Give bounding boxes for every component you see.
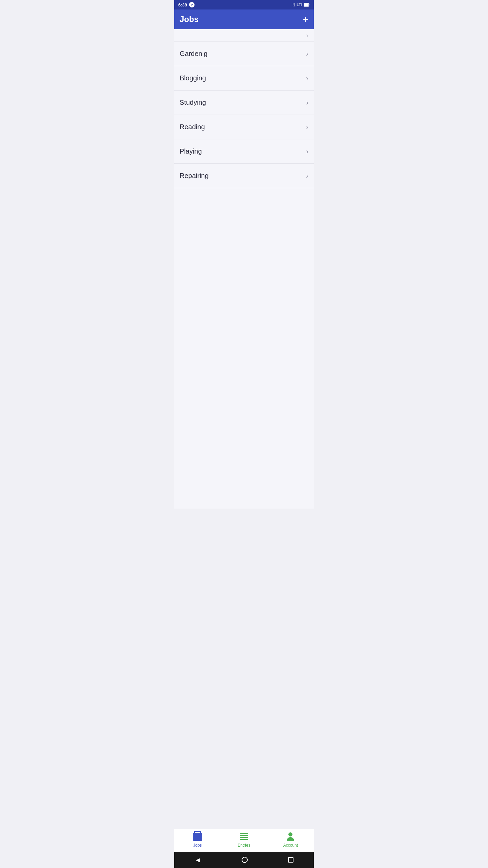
chevron-right-icon: › [306, 74, 308, 82]
list-item[interactable]: Gardenig › [174, 42, 314, 66]
status-time: 6:38 [178, 2, 187, 7]
svg-rect-4 [309, 4, 309, 5]
nav-label-jobs: Jobs [193, 843, 202, 848]
nav-tab-jobs[interactable]: Jobs [174, 829, 221, 850]
chevron-right-icon: › [306, 172, 308, 180]
item-label: Playing [180, 147, 202, 155]
lti-label: LTI [297, 2, 302, 7]
nav-label-entries: Entries [238, 843, 250, 848]
pocket-icon [189, 2, 195, 7]
item-label: Gardenig [180, 50, 207, 58]
list-item[interactable]: Blogging › [174, 66, 314, 91]
item-label: Reading [180, 123, 205, 131]
home-button[interactable] [242, 857, 248, 863]
partial-list-item: › [174, 29, 314, 42]
status-bar: 6:38 LTI [174, 0, 314, 9]
item-label: Repairing [180, 172, 209, 180]
back-button[interactable]: ◄ [195, 856, 201, 864]
nav-tab-entries[interactable]: Entries [221, 829, 267, 850]
svg-rect-3 [304, 3, 308, 6]
status-bar-right: LTI [290, 2, 310, 7]
jobs-list: › Gardenig › Blogging › Studying › Readi… [174, 29, 314, 509]
account-icon [286, 832, 295, 842]
nav-label-account: Account [283, 843, 298, 848]
list-item[interactable]: Studying › [174, 91, 314, 115]
add-job-button[interactable]: + [303, 15, 308, 24]
app-bar: Jobs + [174, 9, 314, 29]
chevron-right-icon: › [306, 147, 308, 155]
list-item[interactable]: Reading › [174, 115, 314, 139]
item-label: Blogging [180, 74, 206, 82]
chevron-right-icon: › [306, 99, 308, 106]
list-item[interactable]: Playing › [174, 139, 314, 164]
android-nav-bar: ◄ [174, 852, 314, 868]
chevron-right-icon: › [306, 50, 308, 58]
chevron-right-icon: › [306, 123, 308, 131]
entries-icon [239, 832, 249, 842]
status-bar-left: 6:38 [178, 2, 195, 7]
app-title: Jobs [180, 15, 199, 24]
battery-icon [304, 3, 310, 7]
briefcase-icon [193, 832, 202, 842]
bottom-nav: Jobs Entries Account [174, 829, 314, 852]
list-item[interactable]: Repairing › [174, 164, 314, 188]
recents-button[interactable] [288, 857, 293, 863]
item-label: Studying [180, 99, 206, 106]
nav-tab-account[interactable]: Account [267, 829, 314, 850]
signal-icon [290, 2, 295, 7]
